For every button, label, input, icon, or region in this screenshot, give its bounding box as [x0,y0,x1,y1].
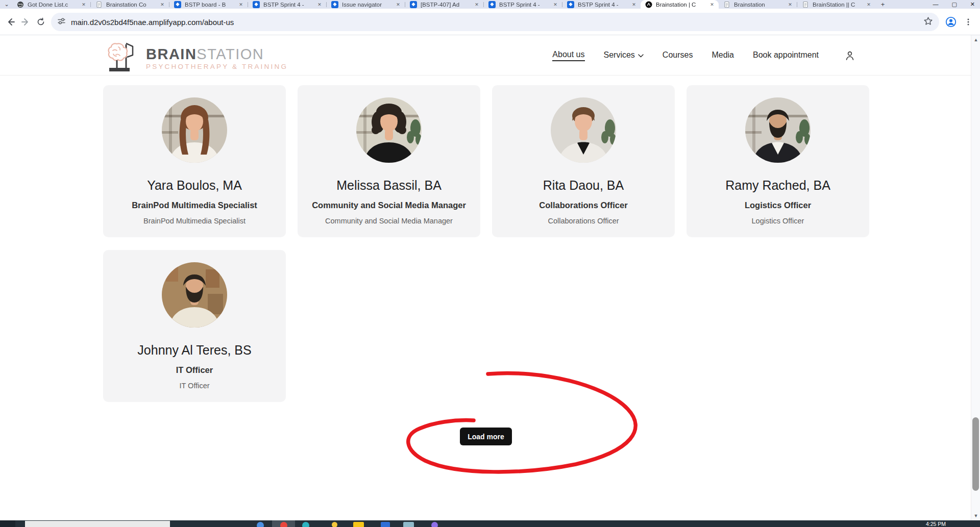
new-tab-button[interactable]: + [879,1,887,8]
nav-item-media[interactable]: Media [712,51,734,61]
member-role: Collaborations Officer [539,200,627,210]
amplify-favicon-icon [645,1,652,8]
chevron-down-icon [638,51,644,60]
window-maximize-button[interactable]: ▢ [951,0,957,9]
member-subrole: Community and Social Media Manager [325,217,453,225]
tab-label: [BSTP-407] Ad [421,2,474,8]
doc-favicon-icon [723,1,730,8]
tab-list: Got Done List.c✕Brainstation Co✕BSTP boa… [12,0,875,9]
taskbar-app-teal-icon[interactable] [302,522,309,527]
taskbar-app-yellow-icon[interactable] [353,522,364,527]
site-header: BRAINSTATION PSYCHOTHERAPY & TRAINING Ab… [0,35,971,76]
browser-toolbar: main.d2v0s2bd4f5nae.amplifyapp.com/about… [0,9,980,35]
tab-label: BSTP Sprint 4 - [263,2,316,8]
taskbar-start-corner[interactable] [0,520,15,527]
bookmark-star-icon[interactable] [923,16,933,28]
tab-close-icon[interactable]: ✕ [81,2,87,8]
browser-tab-7[interactable]: BSTP Sprint 4 -✕ [484,0,562,9]
member-name: Melissa Bassil, BA [336,178,442,193]
url-text[interactable]: main.d2v0s2bd4f5nae.amplifyapp.com/about… [71,18,923,27]
browser-tab-strip: ⌄ Got Done List.c✕Brainstation Co✕BSTP b… [0,0,980,9]
taskbar-app-window-icon[interactable] [403,522,414,527]
site-settings-icon[interactable] [57,17,66,28]
taskbar-app-blue-icon[interactable] [257,522,264,527]
scrollbar-up-arrow[interactable]: ▲ [971,36,980,43]
tab-close-icon[interactable]: ✕ [395,2,401,8]
browser-tab-8[interactable]: BSTP Sprint 4 -✕ [562,0,641,9]
member-subrole: IT Officer [179,382,209,390]
page-scrollbar[interactable]: ▲ ▼ [971,35,980,520]
reload-button[interactable] [33,14,48,30]
tab-close-icon[interactable]: ✕ [631,2,637,8]
tab-search-chevron-icon[interactable]: ⌄ [3,1,10,8]
brand-secondary: STATION [197,46,264,62]
browser-tab-5[interactable]: Issue navigator✕ [327,0,405,9]
menu-kebab-icon[interactable] [961,14,976,30]
taskbar-app-gold-icon[interactable] [332,522,337,527]
window-controls: — ▢ ✕ [933,0,978,9]
nav-item-label: Courses [663,51,693,60]
taskbar-search-box[interactable] [25,521,170,527]
taskbar-app-red-active-icon[interactable] [272,520,295,527]
team-member-card-rita: Rita Daou, BACollaborations OfficerColla… [492,85,675,237]
nav-item-label: Book appointment [753,51,819,60]
taskbar-clock: 4:25 PM [926,521,946,527]
tab-close-icon[interactable]: ✕ [787,2,793,8]
scrollbar-down-arrow[interactable]: ▼ [971,512,980,519]
member-subrole: Logistics Officer [752,217,804,225]
tab-close-icon[interactable]: ✕ [238,2,244,8]
account-person-icon[interactable] [845,51,855,63]
back-button[interactable] [3,14,18,30]
member-name: Yara Boulos, MA [147,178,242,193]
jira-favicon-icon [331,1,338,8]
jira-favicon-icon [174,1,181,8]
browser-tab-10[interactable]: Brainstation✕ [719,0,797,9]
member-photo [551,97,616,163]
address-bar[interactable]: main.d2v0s2bd4f5nae.amplifyapp.com/about… [51,13,939,31]
tab-close-icon[interactable]: ✕ [316,2,323,8]
load-more-button[interactable]: Load more [460,428,512,445]
brainstation-logo[interactable]: BRAINSTATION PSYCHOTHERAPY & TRAINING [103,39,288,74]
tab-label: BSTP Sprint 4 - [578,2,631,8]
member-role: IT Officer [176,365,213,375]
brand-tagline: PSYCHOTHERAPY & TRAINING [146,63,288,70]
taskbar-app-purple-icon[interactable] [431,522,438,527]
nav-item-book-appointment[interactable]: Book appointment [753,51,819,61]
tab-label: BrainStation || C [813,2,866,8]
browser-tab-3[interactable]: BSTP board - B✕ [169,0,248,9]
member-name: Rita Daou, BA [543,178,624,193]
taskbar-app-blue-doc-icon[interactable] [381,522,390,527]
browser-tab-1[interactable]: Got Done List.c✕ [12,0,90,9]
tab-label: Issue navigator [342,2,395,8]
tab-close-icon[interactable]: ✕ [866,2,872,8]
nav-item-about-us[interactable]: About us [552,50,584,61]
browser-tab-9[interactable]: Brainstation | C✕ [641,0,719,9]
browser-tab-6[interactable]: [BSTP-407] Ad✕ [405,0,483,9]
forward-button[interactable] [18,14,33,30]
browser-tab-2[interactable]: Brainstation Co✕ [91,0,169,9]
nav-item-courses[interactable]: Courses [663,51,693,61]
nav-item-label: Services [604,51,635,60]
team-member-card-ramy: Ramy Rached, BALogistics OfficerLogistic… [687,85,869,237]
tab-close-icon[interactable]: ✕ [159,2,165,8]
browser-tab-11[interactable]: BrainStation || C✕ [797,0,875,9]
logo-text: BRAINSTATION PSYCHOTHERAPY & TRAINING [146,39,288,70]
nav-item-services[interactable]: Services [604,51,644,61]
member-name: Johnny Al Teres, BS [137,343,251,358]
tab-close-icon[interactable]: ✕ [474,2,480,8]
doc-favicon-icon [802,1,809,8]
tab-label: Brainstation [734,2,787,8]
member-name: Ramy Rached, BA [725,178,830,193]
member-role: BrainPod Multimedia Specialist [132,200,257,210]
profile-avatar-icon[interactable] [943,14,959,30]
nav-item-label: About us [552,50,584,59]
tab-close-icon[interactable]: ✕ [552,2,558,8]
doc-favicon-icon [95,1,103,8]
browser-tab-4[interactable]: BSTP Sprint 4 -✕ [248,0,326,9]
scrollbar-thumb[interactable] [972,417,979,491]
window-minimize-button[interactable]: — [933,0,938,9]
taskbar: 4:25 PM [0,520,980,527]
window-close-button[interactable]: ✕ [970,0,975,9]
tab-close-icon[interactable]: ✕ [709,2,715,8]
member-subrole: BrainPod Multimedia Specialist [143,217,246,225]
